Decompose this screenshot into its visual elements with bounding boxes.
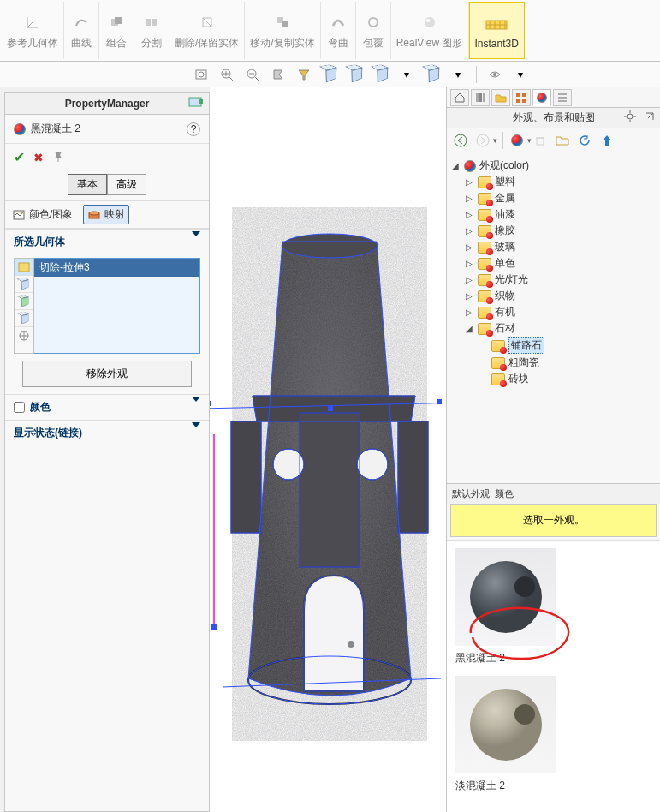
expand-icon[interactable]: ▷ — [464, 307, 474, 317]
wrap-icon — [361, 10, 385, 34]
appearance-tree[interactable]: ◢ 外观(color) ▷塑料 ▷金属 ▷油漆 ▷橡胶 ▷玻璃 ▷单色 ▷光/灯… — [447, 152, 660, 483]
cancel-button[interactable]: ✖ — [33, 151, 44, 164]
pin-icon[interactable] — [188, 96, 204, 110]
ok-button[interactable]: ✔ — [14, 149, 25, 165]
expand-icon[interactable]: ▷ — [464, 259, 474, 268]
display-style3-icon[interactable] — [371, 64, 391, 85]
section-view-icon[interactable] — [268, 64, 288, 85]
ribbon-curve[interactable]: 曲线 — [64, 2, 99, 59]
ribbon-label: 删除/保留实体 — [175, 36, 239, 51]
filter-face-icon[interactable] — [15, 259, 33, 276]
zoom-out-icon[interactable] — [242, 64, 263, 85]
display-style-icon[interactable] — [319, 64, 340, 85]
remove-appearance-button[interactable]: 移除外观 — [22, 361, 192, 387]
tab-list-icon[interactable] — [553, 89, 572, 106]
ribbon-realview[interactable]: RealView 图形 — [391, 2, 469, 59]
chevron-down-icon[interactable] — [192, 236, 200, 248]
up-arrow-icon[interactable] — [598, 132, 615, 149]
tree-item-organic[interactable]: ▷有机 — [464, 304, 657, 320]
tree-label: 光/灯光 — [495, 272, 528, 287]
ribbon-split[interactable]: 分割 — [134, 2, 169, 59]
tab-appearance-icon[interactable] — [532, 89, 551, 106]
help-icon[interactable]: ? — [187, 122, 200, 136]
expand-icon[interactable]: ▷ — [464, 210, 474, 219]
tree-item-rubber[interactable]: ▷橡胶 — [464, 223, 657, 239]
tab-basic[interactable]: 基本 — [68, 174, 107, 195]
tree-item-brick[interactable]: ▷砖块 — [478, 371, 657, 387]
filter-surface-icon[interactable] — [15, 310, 33, 327]
chevron-down-icon[interactable]: ▾ — [448, 64, 468, 85]
color-checkbox[interactable] — [14, 402, 25, 413]
ribbon-flex[interactable]: 弯曲 — [321, 2, 356, 59]
trash-icon[interactable] — [532, 132, 549, 149]
tree-item-paint[interactable]: ▷油漆 — [464, 206, 657, 223]
expand-arrow-icon[interactable] — [645, 111, 655, 124]
expand-icon[interactable]: ◢ — [464, 324, 474, 333]
geom-list-item[interactable]: 切除-拉伸3 — [34, 259, 199, 277]
tab-grid-icon[interactable] — [512, 89, 531, 106]
tab-lib-icon[interactable] — [471, 89, 490, 106]
preview-label: 黑混凝土 2 — [455, 651, 651, 666]
tree-item-paving-stone[interactable]: ▷铺路石 — [478, 337, 657, 355]
chevron-down-icon[interactable]: ▾ — [396, 64, 417, 85]
pushpin-icon[interactable] — [52, 150, 64, 164]
chevron-down-icon[interactable]: ▾ — [493, 136, 497, 145]
display-style4-icon[interactable] — [422, 64, 443, 85]
filter-feature-icon[interactable] — [15, 293, 33, 310]
tree-item-metal[interactable]: ▷金属 — [464, 190, 657, 206]
expand-icon[interactable]: ▷ — [464, 242, 474, 252]
nav-forward-icon[interactable] — [474, 132, 491, 149]
chevron-down-icon[interactable] — [192, 427, 200, 439]
tree-item-light[interactable]: ▷光/灯光 — [464, 272, 657, 288]
filter-part-icon[interactable] — [15, 327, 33, 344]
tab-folder-icon[interactable] — [491, 89, 510, 106]
expand-icon[interactable]: ▷ — [464, 177, 474, 187]
nav-back-icon[interactable] — [452, 132, 469, 149]
filter-body-icon[interactable] — [15, 276, 33, 293]
expand-icon[interactable]: ▷ — [464, 194, 474, 203]
section-display-state[interactable]: 显示状态(链接) — [5, 420, 209, 445]
eye-icon[interactable] — [485, 64, 505, 85]
color-image-tab[interactable]: 颜色/图象 — [12, 207, 73, 222]
expand-icon[interactable]: ◢ — [450, 161, 461, 170]
geom-list[interactable]: 切除-拉伸3 — [34, 258, 200, 354]
tree-item-ceramic[interactable]: ▷粗陶瓷 — [478, 355, 657, 371]
gear-icon[interactable] — [624, 110, 636, 125]
tree-item-glass[interactable]: ▷玻璃 — [464, 239, 657, 255]
tree-item-fabric[interactable]: ▷织物 — [464, 288, 657, 304]
preview-thumb[interactable] — [455, 676, 556, 773]
section-selected-geom[interactable]: 所选几何体 — [5, 229, 209, 254]
expand-icon[interactable]: ▷ — [464, 226, 474, 236]
ribbon-move-copy[interactable]: 移动/复制实体 — [245, 2, 320, 59]
svg-rect-62 — [522, 93, 526, 97]
ribbon-wrap[interactable]: 包覆 — [356, 2, 391, 59]
curve-icon — [69, 10, 93, 34]
filter-icon[interactable] — [294, 64, 314, 85]
open-folder-icon[interactable] — [554, 132, 571, 149]
ribbon-combine[interactable]: 组合 — [99, 2, 134, 59]
ribbon-delete-keep[interactable]: 删除/保留实体 — [169, 2, 245, 59]
tree-item-solid[interactable]: ▷单色 — [464, 255, 657, 272]
expand-icon[interactable]: ▷ — [464, 291, 474, 301]
chevron-down-icon[interactable] — [192, 402, 200, 414]
section-color[interactable]: 颜色 — [5, 394, 209, 420]
tab-advanced[interactable]: 高级 — [107, 174, 146, 195]
ribbon-instant3d[interactable]: Instant3D — [469, 2, 525, 59]
zoom-fit-icon[interactable] — [191, 64, 211, 85]
preview-item[interactable]: 黑混凝土 2 — [455, 548, 651, 666]
tree-item-plastic[interactable]: ▷塑料 — [464, 174, 657, 190]
tree-root[interactable]: ◢ 外观(color) — [450, 158, 657, 174]
refresh-icon[interactable] — [576, 132, 593, 149]
appearance-sphere-icon[interactable] — [508, 132, 526, 149]
mapping-tab[interactable]: 映射 — [83, 205, 129, 224]
preview-thumb[interactable] — [455, 548, 556, 646]
display-style2-icon[interactable] — [345, 64, 366, 85]
preview-item[interactable]: 淡混凝土 2 — [455, 676, 651, 793]
expand-icon[interactable]: ▷ — [464, 275, 474, 284]
viewport[interactable] — [210, 87, 446, 812]
tree-item-stone[interactable]: ◢石材 — [464, 320, 657, 337]
zoom-in-icon[interactable] — [217, 64, 237, 85]
tab-home-icon[interactable] — [450, 89, 469, 106]
ribbon-ref-geom[interactable]: 参考几何体 — [2, 2, 64, 59]
chevron-down-icon[interactable]: ▾ — [510, 64, 531, 85]
